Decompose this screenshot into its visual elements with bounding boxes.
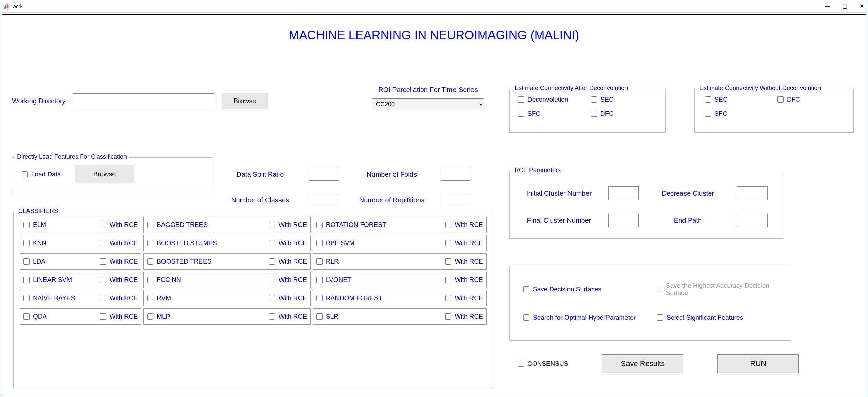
window-controls: — ▢ ✕ bbox=[824, 3, 865, 10]
conn-without-fieldset: Estimate Connectivity Without Deconvolut… bbox=[694, 89, 854, 133]
classifiers-table: ELMWith RCEBAGGED TREESWith RCEROTATION … bbox=[14, 212, 493, 331]
with-rce-checkbox[interactable]: With RCE bbox=[269, 258, 307, 265]
classifier-checkbox[interactable]: QDA bbox=[23, 313, 47, 320]
run-button[interactable]: RUN bbox=[717, 354, 799, 373]
with-rce-checkbox[interactable]: With RCE bbox=[445, 276, 483, 284]
maximize-button[interactable]: ▢ bbox=[841, 3, 848, 10]
save-highest-checkbox: Save the Highest Accuracy Decision Surfa… bbox=[657, 282, 777, 297]
sfc-without-checkbox[interactable]: SFC bbox=[705, 110, 771, 118]
classifier-checkbox[interactable]: FCC NN bbox=[147, 276, 181, 284]
classifier-cell: SLRWith RCE bbox=[313, 308, 487, 325]
working-directory-input[interactable] bbox=[73, 93, 215, 109]
app-window: work — ▢ ✕ MACHINE LEARNING IN NEUROIMAG… bbox=[0, 0, 868, 397]
dfc-after-checkbox[interactable]: DFC bbox=[591, 110, 657, 118]
classifier-checkbox[interactable]: MLP bbox=[147, 313, 170, 320]
end-path-input[interactable] bbox=[737, 214, 768, 227]
classifier-cell: BAGGED TREESWith RCE bbox=[143, 217, 311, 233]
search-hyperparam-checkbox[interactable]: Search for Optimal HyperParameter bbox=[523, 314, 643, 321]
classifier-cell: BOOSTED STUMPSWith RCE bbox=[143, 235, 311, 251]
with-rce-checkbox[interactable]: With RCE bbox=[269, 276, 307, 284]
classifiers-fieldset: CLASSIFIERS ELMWith RCEBAGGED TREESWith … bbox=[13, 212, 493, 388]
final-cluster-input[interactable] bbox=[608, 214, 639, 227]
classifier-checkbox[interactable]: BOOSTED STUMPS bbox=[147, 239, 217, 247]
classifier-cell: BOOSTED TREESWith RCE bbox=[143, 253, 311, 270]
classifier-checkbox[interactable]: NAIVE BAYES bbox=[23, 294, 75, 302]
with-rce-checkbox[interactable]: With RCE bbox=[100, 276, 138, 284]
split-ratio-label: Data Split Ratio bbox=[219, 170, 301, 178]
with-rce-checkbox[interactable]: With RCE bbox=[269, 239, 307, 247]
classifier-cell: RANDOM FORESTWith RCE bbox=[313, 290, 487, 306]
classifier-checkbox[interactable]: LVQNET bbox=[316, 276, 351, 284]
sfc-after-checkbox[interactable]: SFC bbox=[518, 110, 584, 118]
close-button[interactable]: ✕ bbox=[858, 3, 865, 10]
content-area: MACHINE LEARNING IN NEUROIMAGING (MALINI… bbox=[2, 14, 866, 395]
classifier-checkbox[interactable]: RANDOM FOREST bbox=[316, 294, 383, 302]
load-data-checkbox[interactable]: Load Data bbox=[22, 170, 61, 178]
with-rce-checkbox[interactable]: With RCE bbox=[100, 294, 138, 302]
classifier-checkbox[interactable]: BOOSTED TREES bbox=[147, 258, 211, 265]
classifier-cell: RLRWith RCE bbox=[313, 253, 487, 270]
with-rce-checkbox[interactable]: With RCE bbox=[269, 313, 307, 320]
roi-select[interactable]: CC200 bbox=[372, 98, 484, 110]
load-features-legend: Directly Load Features For Classificatio… bbox=[15, 153, 129, 160]
classifier-checkbox[interactable]: BAGGED TREES bbox=[147, 221, 208, 229]
svg-marker-0 bbox=[4, 5, 7, 9]
classifier-checkbox[interactable]: LINEAR SVM bbox=[23, 276, 72, 284]
classifier-checkbox[interactable]: ELM bbox=[23, 221, 46, 229]
initial-cluster-label: Initial Cluster Number bbox=[526, 190, 592, 197]
sec-after-checkbox[interactable]: SEC bbox=[591, 96, 657, 103]
classifier-cell: QDAWith RCE bbox=[20, 308, 141, 325]
split-ratio-input[interactable] bbox=[309, 168, 339, 181]
with-rce-checkbox[interactable]: With RCE bbox=[100, 313, 138, 320]
classifier-checkbox[interactable]: RVM bbox=[147, 294, 171, 302]
with-rce-checkbox[interactable]: With RCE bbox=[445, 221, 483, 229]
classifier-cell: NAIVE BAYESWith RCE bbox=[20, 290, 141, 306]
dfc-without-checkbox[interactable]: DFC bbox=[777, 96, 843, 103]
minimize-button[interactable]: — bbox=[824, 3, 831, 10]
classifier-checkbox[interactable]: RBF SVM bbox=[316, 239, 354, 247]
with-rce-checkbox[interactable]: With RCE bbox=[100, 239, 138, 247]
roi-label: ROI Parcellation For Time-Series bbox=[372, 86, 484, 94]
consensus-checkbox[interactable]: CONSENSUS bbox=[518, 360, 568, 367]
decrease-cluster-input[interactable] bbox=[737, 186, 768, 200]
final-cluster-label: Final Cluster Number bbox=[527, 217, 591, 224]
classifier-cell: FCC NNWith RCE bbox=[143, 272, 311, 288]
split-params-grid: Data Split Ratio Number of Folds Number … bbox=[219, 164, 475, 210]
save-surfaces-checkbox[interactable]: Save Decision Surfaces bbox=[523, 282, 643, 297]
working-directory-label: Working Directory bbox=[12, 97, 66, 105]
load-features-fieldset: Directly Load Features For Classificatio… bbox=[12, 157, 212, 191]
save-results-button[interactable]: Save Results bbox=[602, 354, 683, 373]
num-reps-input[interactable] bbox=[441, 194, 470, 206]
num-classes-input[interactable] bbox=[309, 194, 339, 206]
classifier-cell: KNNWith RCE bbox=[20, 235, 141, 251]
with-rce-checkbox[interactable]: With RCE bbox=[445, 313, 483, 320]
classifier-cell: ELMWith RCE bbox=[20, 217, 141, 233]
with-rce-checkbox[interactable]: With RCE bbox=[445, 294, 483, 302]
classifier-cell: LINEAR SVMWith RCE bbox=[20, 272, 141, 288]
classifier-checkbox[interactable]: SLR bbox=[316, 313, 339, 320]
classifier-checkbox[interactable]: LDA bbox=[23, 258, 45, 265]
with-rce-checkbox[interactable]: With RCE bbox=[445, 258, 483, 265]
deconvolution-checkbox[interactable]: Deconvolution bbox=[518, 96, 584, 103]
browse-wd-button[interactable]: Browse bbox=[222, 93, 268, 109]
classifier-checkbox[interactable]: ROTATION FOREST bbox=[316, 221, 386, 229]
browse-load-button[interactable]: Browse bbox=[75, 165, 135, 183]
with-rce-checkbox[interactable]: With RCE bbox=[269, 294, 307, 302]
classifier-cell: RVMWith RCE bbox=[143, 290, 311, 306]
classifier-checkbox[interactable]: KNN bbox=[23, 239, 46, 247]
working-directory-row: Working Directory Browse bbox=[12, 93, 268, 109]
initial-cluster-input[interactable] bbox=[608, 186, 639, 200]
classifier-checkbox[interactable]: RLR bbox=[316, 258, 339, 265]
with-rce-checkbox[interactable]: With RCE bbox=[269, 221, 307, 229]
num-folds-input[interactable] bbox=[441, 168, 470, 181]
num-classes-label: Number of Classes bbox=[219, 196, 301, 204]
decrease-cluster-label: Decrease Cluster bbox=[662, 190, 714, 197]
select-sig-features-checkbox[interactable]: Select Significant Features bbox=[657, 314, 777, 321]
classifiers-legend: CLASSIFIERS bbox=[16, 207, 60, 215]
classifier-cell: LDAWith RCE bbox=[20, 253, 141, 270]
sec-without-checkbox[interactable]: SEC bbox=[705, 96, 771, 103]
classifier-cell: LVQNETWith RCE bbox=[313, 272, 487, 288]
with-rce-checkbox[interactable]: With RCE bbox=[100, 258, 138, 265]
with-rce-checkbox[interactable]: With RCE bbox=[445, 239, 483, 247]
with-rce-checkbox[interactable]: With RCE bbox=[100, 221, 138, 229]
